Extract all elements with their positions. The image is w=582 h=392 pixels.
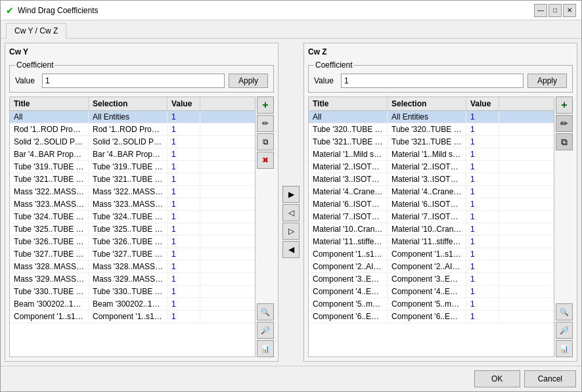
cell-title: Material '1..Mild steel' bbox=[309, 148, 388, 160]
cell-value: 1 bbox=[466, 173, 499, 185]
cell-value: 1 bbox=[168, 136, 200, 148]
chart-right[interactable]: 📊 bbox=[556, 340, 573, 357]
move-right2-button[interactable]: ▷ bbox=[282, 223, 300, 240]
table-row[interactable]: Material '2..ISOTROPIC Material '2..ISOT… bbox=[309, 161, 554, 173]
add-button-right[interactable]: + bbox=[556, 97, 573, 114]
cell-selection: Tube '325..TUBE Prope bbox=[89, 223, 168, 235]
value-input-right[interactable] bbox=[341, 74, 524, 88]
table-row[interactable]: Mass '329..MASS Prop Mass '329..MASS Pro… bbox=[10, 273, 255, 286]
table-row[interactable]: Mass '322..MASS Prop Mass '322..MASS Pro… bbox=[10, 186, 255, 198]
table-row[interactable]: Material '7..ISOTROPIC Material '7..ISOT… bbox=[309, 211, 554, 223]
col-title-left: Title bbox=[10, 97, 89, 110]
table-row[interactable]: Component '3..Euroco Component '3..Euroc… bbox=[309, 273, 554, 286]
table-row[interactable]: Material '4..Crane pede Material '4..Cra… bbox=[309, 186, 554, 198]
table-row[interactable]: Component '5..my con Component '5..my co… bbox=[309, 298, 554, 311]
edit-button-right[interactable]: ✏ bbox=[556, 115, 573, 132]
mid-buttons: ▶ ◁ ▷ ◀ bbox=[282, 43, 300, 362]
table-row[interactable]: Beam '300202..150x90 Beam '300202..150x9… bbox=[10, 298, 255, 311]
maximize-button[interactable]: □ bbox=[548, 4, 562, 17]
move-left2-button[interactable]: ◀ bbox=[282, 241, 300, 258]
table-row[interactable]: Component '6..Euroco Component '6..Euroc… bbox=[309, 311, 554, 323]
panel-cwy-title: Cw Y bbox=[9, 47, 274, 56]
coeff-group-right-label: Coefficient bbox=[314, 60, 353, 70]
table-row[interactable]: Component '1..s1.AISC Component '1..s1.A… bbox=[309, 248, 554, 261]
move-left-button[interactable]: ◁ bbox=[282, 204, 300, 221]
cell-title: Tube '324..TUBE Prope bbox=[10, 211, 89, 223]
cell-title: Tube '326..TUBE Prope bbox=[10, 236, 89, 248]
table-row[interactable]: Tube '321..TUBE Prope Tube '321..TUBE Pr… bbox=[309, 136, 554, 148]
table-row[interactable]: Tube '326..TUBE Prope Tube '326..TUBE Pr… bbox=[10, 236, 255, 248]
coeff-group-left-label: Coefficient bbox=[15, 60, 55, 70]
table-row[interactable]: Tube '327..TUBE Prope Tube '327..TUBE Pr… bbox=[10, 248, 255, 261]
add-button-left[interactable]: + bbox=[257, 97, 274, 114]
ok-button[interactable]: OK bbox=[474, 370, 520, 387]
zoom-in-right[interactable]: 🔍 bbox=[556, 303, 573, 320]
edit-button-left[interactable]: ✏ bbox=[257, 115, 274, 132]
table-row[interactable]: Material '10..Cranes' Material '10..Cran… bbox=[309, 223, 554, 236]
table-row[interactable]: Mass '323..MASS Prop Mass '323..MASS Pro… bbox=[10, 198, 255, 211]
table-row[interactable]: Component '4..Euroco Component '4..Euroc… bbox=[309, 286, 554, 298]
table-area-left: Title Selection Value All All Entities 1… bbox=[9, 97, 274, 357]
apply-button-right[interactable]: Apply bbox=[527, 74, 567, 88]
table-row[interactable]: Tube '324..TUBE Prope Tube '324..TUBE Pr… bbox=[10, 211, 255, 223]
copy-button-right[interactable]: ⧉ bbox=[556, 133, 573, 150]
table-row[interactable]: Rod '1..ROD Property' Rod '1..ROD Proper… bbox=[10, 123, 255, 136]
cell-selection: Mass '322..MASS Prop bbox=[89, 186, 168, 198]
table-row[interactable]: All All Entities 1 bbox=[309, 111, 554, 123]
minimize-button[interactable]: — bbox=[534, 4, 547, 17]
close-button[interactable]: ✕ bbox=[563, 4, 576, 17]
apply-button-left[interactable]: Apply bbox=[229, 74, 268, 88]
col-title-right: Title bbox=[309, 97, 388, 110]
cell-selection: Tube '326..TUBE Prope bbox=[89, 236, 168, 248]
col-value-left: Value bbox=[168, 97, 200, 110]
cell-title: Beam '300202..150x90 bbox=[10, 298, 89, 310]
copy-button-left[interactable]: ⧉ bbox=[257, 133, 274, 150]
cell-title: All bbox=[10, 111, 89, 123]
panel-cwz: Cw Z Coefficient Value Apply Title Selec… bbox=[303, 43, 577, 362]
cell-title: Mass '322..MASS Prop bbox=[10, 186, 89, 198]
table-row[interactable]: Bar '4..BAR Property (R Bar '4..BAR Prop… bbox=[10, 148, 255, 161]
table-row[interactable]: Material '1..Mild steel' Material '1..Mi… bbox=[309, 148, 554, 161]
cell-value: 1 bbox=[466, 186, 499, 198]
cell-title: Tube '321..TUBE Prope bbox=[10, 173, 89, 185]
table-row[interactable]: Tube '319..TUBE Prope Tube '319..TUBE Pr… bbox=[10, 161, 255, 173]
delete-button-left[interactable]: ✖ bbox=[257, 152, 274, 169]
chart-left[interactable]: 📊 bbox=[257, 340, 274, 357]
table-row[interactable]: Solid '2..SOLID Propert Solid '2..SOLID … bbox=[10, 136, 255, 148]
cell-title: Component '6..Euroco bbox=[309, 311, 388, 322]
main-content: Cw Y Coefficient Value Apply Title Selec… bbox=[1, 39, 581, 366]
zoom-out-right[interactable]: 🔎 bbox=[556, 322, 573, 339]
table-row[interactable]: Material '11..stiffeners' Material '11..… bbox=[309, 236, 554, 248]
cell-value: 1 bbox=[168, 186, 200, 198]
cell-value: 1 bbox=[466, 311, 499, 322]
cell-title: Solid '2..SOLID Propert bbox=[10, 136, 89, 148]
table-row[interactable]: Tube '320..TUBE Prope Tube '320..TUBE Pr… bbox=[309, 123, 554, 136]
cell-selection: Component '3..Euroco bbox=[388, 273, 466, 285]
cell-selection: Tube '320..TUBE Prope bbox=[388, 123, 466, 135]
cell-value: 1 bbox=[168, 148, 200, 160]
move-right-button[interactable]: ▶ bbox=[282, 186, 300, 203]
cell-selection: Material '4..Crane pede bbox=[388, 186, 466, 198]
table-row[interactable]: Material '6..ISOTROPIC Material '6..ISOT… bbox=[309, 198, 554, 211]
value-input-left[interactable] bbox=[42, 74, 225, 88]
cell-title: Component '5..my con bbox=[309, 298, 388, 310]
cell-value: 1 bbox=[466, 148, 499, 160]
cancel-button[interactable]: Cancel bbox=[524, 370, 576, 387]
cell-title: Tube '319..TUBE Prope bbox=[10, 161, 89, 173]
table-row[interactable]: Tube '325..TUBE Prope Tube '325..TUBE Pr… bbox=[10, 223, 255, 236]
title-controls: — □ ✕ bbox=[534, 4, 576, 17]
cell-selection: Material '10..Cranes' bbox=[388, 223, 466, 235]
table-row[interactable]: Component '1..s1.AISC Component '1..s1.A… bbox=[10, 311, 255, 323]
table-row[interactable]: Mass '328..MASS Prop Mass '328..MASS Pro… bbox=[10, 261, 255, 273]
table-row[interactable]: Component '2..AISC36 Component '2..AISC3… bbox=[309, 261, 554, 273]
cell-selection: Mass '328..MASS Prop bbox=[89, 261, 168, 272]
table-row[interactable]: Tube '321..TUBE Prope Tube '321..TUBE Pr… bbox=[10, 173, 255, 186]
zoom-in-left[interactable]: 🔍 bbox=[257, 303, 274, 320]
cell-selection: Bar '4..BAR Property (R bbox=[89, 148, 168, 160]
zoom-out-left[interactable]: 🔎 bbox=[257, 322, 274, 339]
table-row[interactable]: All All Entities 1 bbox=[10, 111, 255, 123]
tab-cwy-cwz[interactable]: Cw Y / Cw Z bbox=[6, 23, 66, 39]
cell-selection: Material '6..ISOTROPIC bbox=[388, 198, 466, 210]
table-row[interactable]: Tube '330..TUBE Prope Tube '330..TUBE Pr… bbox=[10, 286, 255, 298]
table-row[interactable]: Material '3..ISOTROPIC Material '3..ISOT… bbox=[309, 173, 554, 186]
